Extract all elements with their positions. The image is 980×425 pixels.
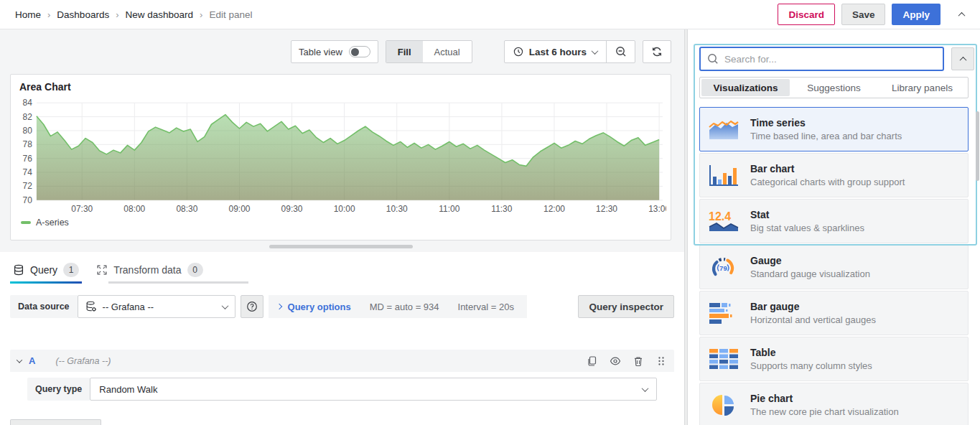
tab-suggestions[interactable]: Suggestions bbox=[790, 79, 878, 96]
zoom-out-time-button[interactable] bbox=[606, 41, 635, 62]
pane-resize-handle[interactable] bbox=[269, 245, 413, 248]
add-query-button[interactable] bbox=[10, 419, 101, 425]
datasource-help-button[interactable] bbox=[241, 295, 263, 318]
tab-query[interactable]: Query 1 bbox=[10, 258, 82, 284]
datasource-label: Data source bbox=[10, 295, 78, 318]
query-type-label: Query type bbox=[27, 378, 90, 401]
viz-card-title: Table bbox=[750, 347, 872, 358]
table-view-label: Table view bbox=[299, 47, 342, 57]
chart-panel[interactable]: Area Chart 848280787674727007:3008:0008:… bbox=[10, 74, 671, 240]
grafana-edit-panel: Home › Dashboards › New dashboard › Edit… bbox=[0, 0, 980, 425]
picker-scrollbar-thumb[interactable] bbox=[976, 111, 979, 181]
query-row-header[interactable]: A (-- Grafana --) bbox=[10, 350, 674, 372]
svg-text:13:00: 13:00 bbox=[648, 204, 666, 214]
datasource-select[interactable]: -- Grafana -- bbox=[78, 295, 235, 318]
collapse-query-row-icon[interactable] bbox=[17, 357, 22, 363]
time-range-label: Last 6 hours bbox=[529, 47, 587, 57]
breadcrumb-edit-panel: Edit panel bbox=[209, 9, 252, 20]
svg-text:11:00: 11:00 bbox=[439, 204, 459, 214]
svg-text:12:30: 12:30 bbox=[596, 204, 617, 214]
apply-button[interactable]: Apply bbox=[892, 4, 941, 25]
bar-gauge-icon bbox=[707, 302, 740, 324]
viz-card-bar-chart[interactable]: Bar chartCategorical charts with group s… bbox=[699, 153, 969, 197]
viz-search-box[interactable] bbox=[699, 47, 944, 71]
query-options-label: Query options bbox=[288, 302, 351, 312]
toggle-switch-off[interactable] bbox=[349, 46, 370, 57]
viz-card-description: The new core pie chart visualization bbox=[750, 406, 899, 417]
query-inspector-button[interactable]: Query inspector bbox=[578, 295, 674, 318]
viz-card-text: Bar gaugeHorizontal and vertical gauges bbox=[750, 301, 876, 325]
svg-text:11:30: 11:30 bbox=[491, 204, 512, 214]
viz-card-description: Big stat values & sparklines bbox=[750, 223, 864, 233]
breadcrumb-new-dashboard[interactable]: New dashboard bbox=[126, 9, 194, 20]
pane-size-mode: Fill Actual bbox=[386, 40, 472, 63]
breadcrumb-separator: › bbox=[116, 9, 118, 20]
transform-count-badge: 0 bbox=[187, 263, 203, 277]
query-count-badge: 1 bbox=[63, 263, 79, 277]
time-series-icon bbox=[707, 118, 740, 141]
viz-card-text: Time seriesTime based line, area and bar… bbox=[750, 117, 902, 141]
refresh-button[interactable] bbox=[643, 40, 671, 63]
series-legend-label[interactable]: A-series bbox=[36, 218, 69, 228]
datasource-value: -- Grafana -- bbox=[103, 302, 154, 312]
fill-mode-button[interactable]: Fill bbox=[386, 41, 423, 62]
viz-card-text: Bar chartCategorical charts with group s… bbox=[750, 163, 905, 187]
viz-card-text: Pie chartThe new core pie chart visualiz… bbox=[750, 393, 899, 417]
search-icon bbox=[707, 53, 719, 65]
viz-card-title: Gauge bbox=[750, 255, 870, 266]
viz-card-time-series[interactable]: Time seriesTime based line, area and bar… bbox=[699, 107, 969, 151]
series-color-swatch bbox=[21, 221, 31, 224]
tab-visualizations[interactable]: Visualizations bbox=[701, 79, 790, 96]
save-button[interactable]: Save bbox=[841, 4, 886, 25]
viz-search-input[interactable] bbox=[724, 54, 936, 65]
query-row-card: A (-- Grafana --) Query type Random Walk bbox=[10, 350, 674, 401]
horizontal-resize-area bbox=[10, 240, 671, 252]
drag-query-handle[interactable] bbox=[655, 355, 667, 367]
viz-card-bar-gauge[interactable]: Bar gaugeHorizontal and vertical gauges bbox=[699, 291, 969, 335]
duplicate-query-button[interactable] bbox=[587, 355, 598, 367]
svg-text:12.4: 12.4 bbox=[709, 210, 731, 223]
query-options-bar[interactable]: Query options MD = auto = 934 Interval =… bbox=[269, 295, 527, 318]
discard-button[interactable]: Discard bbox=[778, 4, 835, 25]
bar-chart-icon bbox=[707, 164, 740, 187]
svg-text:76: 76 bbox=[23, 154, 33, 164]
viz-card-pie-chart[interactable]: Pie chartThe new core pie chart visualiz… bbox=[699, 383, 969, 425]
query-ref-id[interactable]: A bbox=[29, 355, 35, 366]
collapse-picker-button[interactable] bbox=[951, 47, 974, 70]
chevron-down-icon bbox=[642, 385, 649, 392]
area-chart-svg[interactable]: 848280787674727007:3008:0008:3009:0009:3… bbox=[15, 94, 666, 218]
viz-card-description: Horizontal and vertical gauges bbox=[750, 314, 876, 325]
svg-text:09:00: 09:00 bbox=[229, 204, 251, 214]
tab-library-panels[interactable]: Library panels bbox=[878, 79, 966, 96]
viz-card-description: Categorical charts with group support bbox=[750, 177, 905, 187]
svg-text:80: 80 bbox=[23, 126, 33, 136]
chevron-up-icon bbox=[959, 56, 966, 63]
max-data-points-summary: MD = auto = 934 bbox=[370, 302, 439, 312]
zoom-out-icon bbox=[615, 46, 627, 57]
table-view-toggle[interactable]: Table view bbox=[291, 40, 378, 63]
viz-card-table[interactable]: TableSupports many column styles bbox=[699, 337, 969, 381]
delete-query-button[interactable] bbox=[633, 355, 644, 367]
svg-text:12:00: 12:00 bbox=[543, 204, 565, 214]
viz-card-gauge[interactable]: 79GaugeStandard gauge visualization bbox=[699, 245, 969, 289]
query-type-value: Random Walk bbox=[99, 384, 157, 395]
header-actions: Discard Save Apply bbox=[778, 4, 970, 25]
query-datasource-hint: (-- Grafana --) bbox=[55, 356, 111, 366]
tab-transform-label: Transform data bbox=[113, 264, 181, 276]
svg-text:74: 74 bbox=[23, 167, 33, 177]
viz-card-stat[interactable]: 12.4StatBig stat values & sparklines bbox=[699, 199, 969, 243]
query-type-select[interactable]: Random Walk bbox=[90, 378, 657, 401]
svg-text:79: 79 bbox=[719, 264, 727, 272]
breadcrumb-dashboards[interactable]: Dashboards bbox=[57, 9, 109, 20]
tab-transform-data[interactable]: Transform data 0 bbox=[93, 258, 205, 284]
actual-mode-button[interactable]: Actual bbox=[423, 41, 472, 62]
query-options-toggle[interactable]: Query options bbox=[277, 302, 351, 312]
main-content: Table view Fill Actual Last 6 hours bbox=[0, 29, 980, 425]
collapse-header-button[interactable] bbox=[953, 6, 970, 23]
hide-query-button[interactable] bbox=[610, 355, 621, 367]
breadcrumb-home[interactable]: Home bbox=[15, 9, 41, 20]
viz-card-text: StatBig stat values & sparklines bbox=[750, 209, 864, 233]
viz-search-row bbox=[699, 47, 974, 71]
svg-text:08:00: 08:00 bbox=[123, 204, 145, 214]
time-range-button[interactable]: Last 6 hours bbox=[505, 41, 606, 62]
